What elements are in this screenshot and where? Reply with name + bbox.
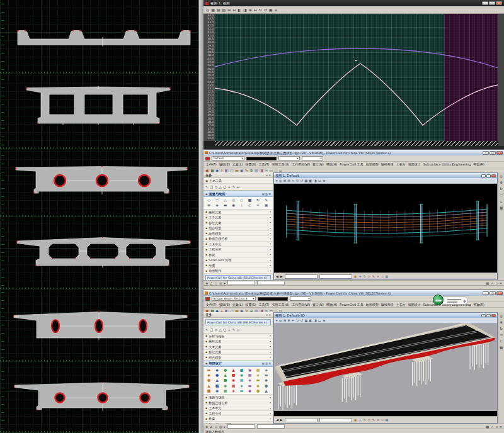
active-color-bar[interactable] [246, 157, 277, 160]
view-tool-icon[interactable]: ↻ [296, 179, 299, 183]
tool-icon[interactable]: ▭ [213, 198, 221, 203]
tool-icon[interactable]: ◈ [213, 203, 221, 208]
minimize-button[interactable] [481, 174, 486, 177]
bottom-tool-icon[interactable]: ↻ [364, 418, 366, 422]
view-toolbar-icon[interactable]: ≡ [274, 8, 277, 12]
strip-tool-icon[interactable]: ▭ [500, 193, 503, 197]
task-section-row[interactable]: ▪ 动画制作 ▾ [203, 268, 273, 274]
close-button[interactable] [491, 314, 496, 317]
cross-section-panel-box-girder[interactable] [0, 74, 198, 149]
bottom-tool-icon[interactable]: ✎ [372, 418, 375, 422]
view-tool-icon[interactable]: ↺ [301, 318, 303, 322]
minimize-button[interactable]: – [482, 1, 488, 5]
view-toolbar-icon[interactable]: ◎ [206, 8, 209, 12]
view-tool-icon[interactable]: ◎ [279, 179, 282, 183]
view-tool-icon[interactable]: ▦ [304, 318, 307, 322]
profile-canvas[interactable] [215, 14, 498, 141]
menu-item[interactable]: 帮助(R) [472, 303, 486, 306]
strip-tool-icon[interactable]: ▦ [500, 346, 503, 349]
tool-icon[interactable]: ⊥ [238, 203, 246, 208]
status-right-icon[interactable]: ✓ [491, 425, 493, 429]
detail-tool-icon[interactable]: ▦ [229, 383, 238, 388]
detail-tool-icon[interactable]: ◉ [213, 388, 221, 393]
menu-item[interactable]: 元素(L) [231, 162, 244, 166]
task-tool-icon[interactable]: + [228, 185, 231, 189]
detail-tool-icon[interactable]: ▲ [213, 378, 221, 383]
view-toolbar-icon[interactable]: ↻ [259, 8, 262, 12]
bottom-tool-icon[interactable]: ◇ [368, 418, 370, 422]
tool-icon[interactable]: ◇ [205, 198, 213, 203]
task-section-row[interactable]: ▪ SureClass 管理 ▾ [203, 257, 273, 263]
left-scrollbar[interactable] [198, 0, 203, 433]
cross-section-panel-voided-slab-1[interactable] [0, 149, 198, 217]
line-weight-combo[interactable]: ▾ [302, 156, 323, 160]
tool-icon[interactable]: ⊕ [205, 203, 213, 208]
tool-icon[interactable]: ◉ [229, 203, 238, 208]
view-toolbar-icon[interactable]: ▧ [222, 8, 226, 12]
menu-item[interactable]: 窗口(N) [311, 303, 325, 306]
snap-icon[interactable]: ∠ [210, 425, 212, 429]
task-section-row[interactable]: ▪ 工程分析 ▾ [203, 411, 273, 417]
view-tool-icon[interactable]: ↺ [301, 179, 303, 183]
detail-tool-icon[interactable]: ◈ [246, 378, 254, 383]
section-mini-icons[interactable]: ▤ ▥ ≡ [262, 193, 271, 196]
bottom-tool-icon[interactable]: + [358, 274, 361, 278]
coordinate-field-x[interactable] [285, 274, 318, 279]
cross-section-panel-oval-voids[interactable] [0, 290, 198, 362]
menu-item[interactable]: PowerCivil 工具 [338, 303, 364, 306]
task-tool-icon[interactable]: □ [210, 185, 213, 189]
view-toolbar-icon[interactable]: ▣ [269, 8, 273, 12]
detail-tool-icon[interactable]: ■ [221, 378, 229, 383]
view-tool-icon[interactable]: ▭ [318, 179, 321, 183]
scroll-left-icon[interactable]: ◀ [276, 274, 278, 278]
view-tool-icon[interactable]: ▭ [318, 318, 321, 322]
line-style-combo[interactable]: ▾ [290, 296, 311, 301]
active-color-swatch[interactable] [205, 297, 210, 301]
snap-icon[interactable]: ◎ [219, 425, 222, 429]
cross-section-panel-slab-ribs[interactable] [0, 0, 198, 74]
detail-tool-icon[interactable]: ◈ [229, 388, 238, 393]
detail-tool-icon[interactable]: ▦ [246, 373, 254, 378]
view-tool-icon[interactable]: ⊟ [288, 179, 290, 183]
strip-tool-icon[interactable]: ▦ [500, 206, 503, 210]
view-tool-icon[interactable]: ◨ [314, 318, 317, 322]
coordinate-field-x[interactable] [285, 418, 318, 422]
strip-tool-icon[interactable]: ▫ [500, 200, 503, 203]
task-section-row[interactable]: ▪ 标注元素 ▾ [203, 350, 273, 356]
active-color-bar[interactable] [258, 297, 288, 301]
menu-item[interactable]: 工具(T) [258, 303, 271, 306]
view-toolbar-icon[interactable]: ⊕ [249, 8, 252, 12]
bottom-tool-icon[interactable]: + [358, 418, 361, 422]
level-combo[interactable]: Default ▾ [212, 156, 244, 160]
view-tool-icon[interactable]: ⊞ [284, 179, 286, 183]
menu-item[interactable]: Subsurface Utility Engineering [422, 162, 472, 166]
render-canvas-3d[interactable] [274, 323, 497, 411]
task-section-row[interactable]: ▪ 绘图 ▾ [203, 263, 273, 269]
tool-icon[interactable]: ∠ [246, 203, 254, 208]
detail-tool-icon[interactable]: ● [213, 373, 221, 378]
detail-tool-icon[interactable]: ◈ [238, 383, 246, 388]
detail-tool-icon[interactable]: ◆ [254, 383, 262, 388]
detail-tool-icon[interactable]: ■ [238, 368, 246, 373]
close-button[interactable]: × [496, 151, 503, 155]
view-titlebar-3d[interactable]: 视图 1, Default-3D [274, 313, 497, 318]
view-toolbar-icon[interactable]: ⊞ [227, 8, 231, 12]
detail-tool-icon[interactable]: ◆ [205, 373, 213, 378]
active-section-header[interactable]: ◆ 细部设计 ▤ ▥ ≡ [203, 361, 273, 367]
task-tool-icon[interactable]: □ [210, 328, 213, 332]
snap-icon[interactable]: ⊕ [205, 425, 208, 429]
pin-icon[interactable]: ▾ ✕ [266, 313, 271, 317]
bottom-tool-icon[interactable]: × [377, 418, 379, 422]
task-section-row[interactable]: ▪ 数据迁移分析 ▾ [203, 236, 273, 242]
task-section-row[interactable]: ▪ 曲线元素 ▾ [203, 210, 273, 215]
view-tool-icon[interactable]: ⊕ [323, 318, 325, 322]
menu-item[interactable]: 元素(L) [231, 303, 244, 306]
scroll-left-icon[interactable]: ◀ [276, 418, 278, 422]
task-section-row[interactable]: ▪ 地形模型 ▾ [203, 231, 273, 237]
view-tool-icon[interactable]: ◧ [309, 179, 312, 183]
detail-tool-icon[interactable]: ▬ [254, 378, 262, 383]
detail-tool-icon[interactable]: ◉ [246, 368, 254, 373]
coordinate-field-y[interactable] [319, 274, 352, 279]
task-section-row[interactable]: ▪ 标注元素 ▾ [203, 220, 273, 226]
tool-icon[interactable]: ✎ [262, 198, 270, 203]
